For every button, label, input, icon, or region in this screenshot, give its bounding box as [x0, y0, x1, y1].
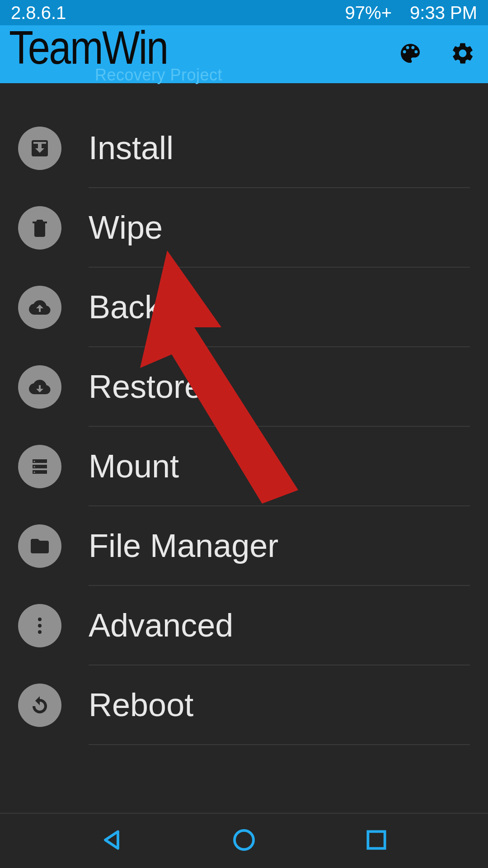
menu-item-wipe[interactable]: Wipe [18, 188, 470, 268]
status-version: 2.8.6.1 [11, 3, 66, 23]
menu-item-install[interactable]: Install [18, 108, 470, 188]
menu-label: Mount [89, 448, 179, 485]
cloud-up-icon [18, 286, 61, 329]
menu-item-mount[interactable]: Mount [18, 427, 470, 506]
palette-icon[interactable] [398, 41, 423, 68]
storage-icon [18, 445, 61, 488]
trash-icon [18, 206, 61, 250]
download-box-icon [18, 127, 61, 170]
menu-item-file-manager[interactable]: File Manager [18, 506, 470, 586]
status-battery: 97%+ [345, 3, 392, 23]
nav-back-icon[interactable] [99, 827, 124, 854]
menu-label: Reboot [89, 686, 193, 723]
menu-item-reboot[interactable]: Reboot [18, 665, 470, 745]
svg-point-0 [38, 618, 42, 621]
refresh-icon [18, 684, 61, 727]
nav-home-icon[interactable] [231, 827, 257, 854]
gear-icon[interactable] [450, 41, 475, 68]
menu-label: Advanced [89, 607, 233, 644]
menu-item-advanced[interactable]: Advanced [18, 586, 470, 665]
dots-icon [18, 604, 61, 647]
header: TeamWin Recovery Project [0, 25, 488, 83]
svg-point-4 [235, 830, 253, 849]
menu-label: Backup [89, 288, 197, 326]
nav-recent-icon[interactable] [364, 827, 389, 854]
brand: TeamWin Recovery Project [9, 24, 222, 85]
status-time: 9:33 PM [410, 3, 477, 23]
menu-item-backup[interactable]: Backup [18, 268, 470, 347]
svg-rect-5 [368, 831, 385, 848]
menu-label: Install [89, 129, 174, 166]
svg-point-1 [38, 624, 42, 627]
menu-label: Restore [89, 368, 202, 405]
menu-label: Wipe [89, 209, 163, 246]
brand-title: TeamWin [9, 24, 190, 71]
menu-label: File Manager [89, 527, 278, 564]
main-menu: Install Wipe Backup Restore Mount File M… [0, 83, 488, 813]
cloud-down-icon [18, 365, 61, 409]
folder-icon [18, 524, 61, 568]
svg-point-2 [38, 630, 42, 634]
nav-bar [0, 814, 488, 868]
menu-item-restore[interactable]: Restore [18, 347, 470, 427]
